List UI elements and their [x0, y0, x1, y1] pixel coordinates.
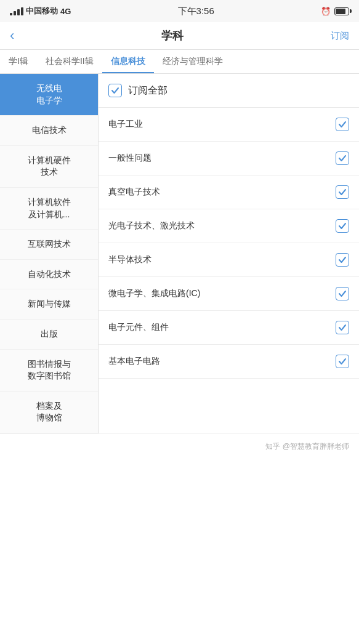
- tab-item-tab4[interactable]: 经济与管理科学: [154, 50, 232, 73]
- footer-text: 知乎 @智慧教育胖胖老师: [265, 442, 349, 451]
- sidebar-item-s3[interactable]: 计算机硬件 技术: [0, 146, 98, 188]
- content-row-r7: 电子元件、组件: [99, 311, 359, 345]
- sidebar-item-s1[interactable]: 无线电 电子学: [0, 74, 98, 116]
- checkbox-r2[interactable]: [336, 151, 349, 165]
- content-row-label-r3: 真空电子技术: [108, 187, 336, 198]
- subscribe-all-checkbox[interactable]: [108, 84, 122, 97]
- status-right: ⏰: [321, 7, 349, 16]
- tab-item-tab2[interactable]: 社会科学II辑: [37, 50, 102, 73]
- content-row-label-r1: 电子工业: [108, 119, 336, 130]
- subscribe-all-label: 订阅全部: [128, 84, 167, 97]
- content-row-r1: 电子工业: [99, 108, 359, 142]
- content-row-r2: 一般性问题: [99, 142, 359, 175]
- content-row-r6: 微电子学、集成电路(IC): [99, 277, 359, 311]
- footer: 知乎 @智慧教育胖胖老师: [0, 433, 359, 459]
- carrier-info: 中国移动 4G: [10, 6, 71, 17]
- subscribe-all-row: 订阅全部: [99, 74, 359, 108]
- carrier-label: 中国移动: [26, 6, 58, 17]
- sidebar-item-s9[interactable]: 图书情报与 数字图书馆: [0, 350, 98, 392]
- time-label: 下午3:56: [178, 6, 214, 17]
- tab-item-tab1[interactable]: 学I辑: [0, 50, 37, 73]
- checkbox-r7[interactable]: [336, 321, 349, 334]
- sidebar-item-s2[interactable]: 电信技术: [0, 116, 98, 146]
- content-row-label-r5: 半导体技术: [108, 254, 336, 265]
- checkbox-r6[interactable]: [336, 287, 349, 300]
- back-button[interactable]: ‹: [10, 29, 14, 42]
- checkbox-r8[interactable]: [336, 355, 349, 368]
- sidebar-item-s4[interactable]: 计算机软件 及计算机...: [0, 188, 98, 230]
- alarm-icon: ⏰: [321, 7, 331, 16]
- checkbox-r1[interactable]: [336, 118, 349, 131]
- content-row-r8: 基本电子电路: [99, 345, 359, 379]
- battery-icon: [334, 7, 349, 15]
- status-bar: 中国移动 4G 下午3:56 ⏰: [0, 0, 359, 22]
- page-title: 学科: [161, 28, 184, 43]
- signal-icon: [10, 7, 23, 15]
- sidebar-item-s8[interactable]: 出版: [0, 320, 98, 350]
- content-row-label-r6: 微电子学、集成电路(IC): [108, 288, 336, 299]
- tab-item-tab3[interactable]: 信息科技: [102, 50, 154, 73]
- sidebar-item-s6[interactable]: 自动化技术: [0, 260, 98, 290]
- main-content: 无线电 电子学电信技术计算机硬件 技术计算机软件 及计算机...互联网技术自动化…: [0, 74, 359, 433]
- checkbox-r5[interactable]: [336, 253, 349, 267]
- content-row-label-r4: 光电子技术、激光技术: [108, 220, 336, 231]
- content-row-label-r2: 一般性问题: [108, 153, 336, 164]
- subscribe-action-button[interactable]: 订阅: [331, 30, 349, 42]
- content-row-r5: 半导体技术: [99, 243, 359, 277]
- checkbox-r4[interactable]: [336, 219, 349, 233]
- nav-bar: ‹ 学科 订阅: [0, 22, 359, 50]
- network-label: 4G: [60, 7, 71, 16]
- content-row-r4: 光电子技术、激光技术: [99, 209, 359, 243]
- tabs-bar: 学I辑社会科学II辑信息科技经济与管理科学: [0, 50, 359, 74]
- sidebar-item-s7[interactable]: 新闻与传媒: [0, 289, 98, 320]
- content-panel: 订阅全部 电子工业 一般性问题 真空电子技术 光电子技术、激光技术 半导体技术 …: [99, 74, 359, 433]
- sidebar: 无线电 电子学电信技术计算机硬件 技术计算机软件 及计算机...互联网技术自动化…: [0, 74, 99, 433]
- content-row-r3: 真空电子技术: [99, 175, 359, 209]
- content-row-label-r7: 电子元件、组件: [108, 322, 336, 333]
- sidebar-item-s10[interactable]: 档案及 博物馆: [0, 392, 98, 433]
- content-row-label-r8: 基本电子电路: [108, 356, 336, 367]
- checkbox-r3[interactable]: [336, 185, 349, 199]
- sidebar-item-s5[interactable]: 互联网技术: [0, 230, 98, 260]
